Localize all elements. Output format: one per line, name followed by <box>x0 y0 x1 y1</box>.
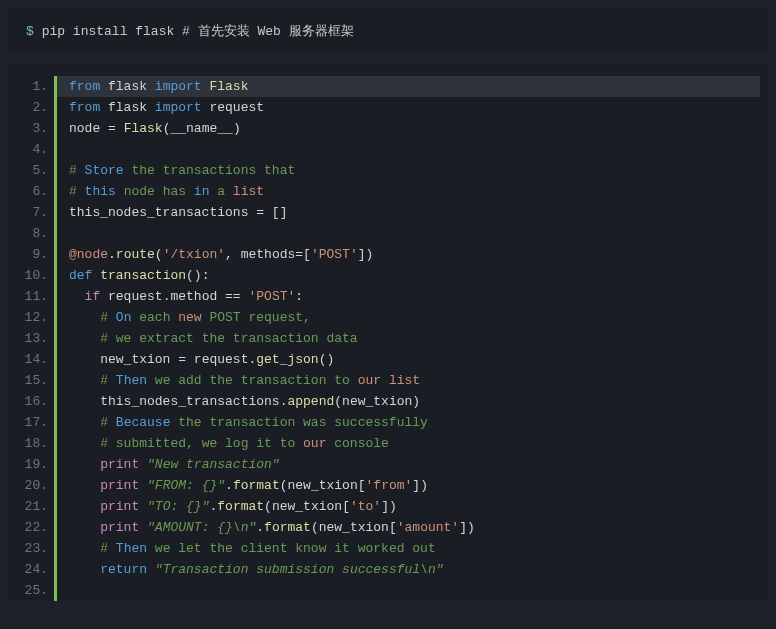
token-name <box>264 205 272 220</box>
token-print: print <box>100 457 139 472</box>
token-op: ( <box>155 247 163 262</box>
code-line[interactable] <box>67 223 760 244</box>
token-name <box>69 289 85 304</box>
token-op: , methods <box>225 247 295 262</box>
token-print: print <box>100 520 139 535</box>
line-number: 4. <box>8 139 48 160</box>
code-block[interactable]: 1.2.3.4.5.6.7.8.9.10.11.12.13.14.15.16.1… <box>8 64 768 601</box>
line-number: 23. <box>8 538 48 559</box>
token-op: () <box>319 352 335 367</box>
token-com: we let the client know it worked out <box>147 541 436 556</box>
token-op: : <box>295 289 303 304</box>
code-line[interactable]: # Because the transaction was successful… <box>67 412 760 433</box>
token-comor: list <box>389 373 420 388</box>
token-op: ) <box>412 394 420 409</box>
token-name <box>69 520 100 535</box>
code-line[interactable]: print "New transaction" <box>67 454 760 475</box>
token-op: . <box>225 478 233 493</box>
token-comkw: Store <box>85 163 124 178</box>
token-str: 'to' <box>350 499 381 514</box>
code-line[interactable]: node = Flask(__name__) <box>67 118 760 139</box>
token-kw2: if <box>85 289 101 304</box>
code-line[interactable]: return "Transaction submission successfu… <box>67 559 760 580</box>
token-comor: our <box>303 436 326 451</box>
token-fn: append <box>287 394 334 409</box>
token-fn: format <box>233 478 280 493</box>
code-line[interactable]: # Then we add the transaction to our lis… <box>67 370 760 391</box>
token-op: (): <box>186 268 209 283</box>
token-kw: import <box>155 100 202 115</box>
token-fn: get_json <box>256 352 318 367</box>
line-number: 19. <box>8 454 48 475</box>
token-name <box>69 457 100 472</box>
code-line[interactable]: from flask import Flask <box>57 76 760 97</box>
token-fn: format <box>217 499 264 514</box>
token-op: ( <box>311 520 319 535</box>
code-line[interactable]: print "AMOUNT: {}\n".format(new_txion['a… <box>67 517 760 538</box>
line-number: 7. <box>8 202 48 223</box>
code-line[interactable]: @node.route('/txion', methods=['POST']) <box>67 244 760 265</box>
code-line[interactable]: # submitted, we log it to our console <box>67 433 760 454</box>
token-kw: return <box>100 562 147 577</box>
line-number: 20. <box>8 475 48 496</box>
token-com: node has <box>116 184 194 199</box>
line-number-gutter: 1.2.3.4.5.6.7.8.9.10.11.12.13.14.15.16.1… <box>8 76 57 601</box>
code-line[interactable]: # Then we let the client know it worked … <box>67 538 760 559</box>
code-line[interactable]: # On each new POST request, <box>67 307 760 328</box>
token-op: ( <box>264 499 272 514</box>
token-fn: format <box>264 520 311 535</box>
code-line[interactable]: print "FROM: {}".format(new_txion['from'… <box>67 475 760 496</box>
code-line[interactable]: new_txion = request.get_json() <box>67 349 760 370</box>
code-line[interactable]: def transaction(): <box>67 265 760 286</box>
token-name: new_txion <box>69 352 178 367</box>
shell-prompt: $ <box>26 24 34 39</box>
code-line[interactable]: this_nodes_transactions = [] <box>67 202 760 223</box>
line-number: 11. <box>8 286 48 307</box>
token-print: print <box>100 499 139 514</box>
code-line[interactable]: if request.method == 'POST': <box>67 286 760 307</box>
token-op: [ <box>389 520 397 535</box>
token-at: @node <box>69 247 108 262</box>
token-kw: from <box>69 79 100 94</box>
token-name <box>139 478 147 493</box>
token-kw: def <box>69 268 92 283</box>
line-number: 5. <box>8 160 48 181</box>
token-comor: our <box>358 373 381 388</box>
token-name <box>69 478 100 493</box>
token-op: ) <box>233 121 241 136</box>
token-name <box>69 541 100 556</box>
code-content[interactable]: from flask import Flaskfrom flask import… <box>57 76 768 601</box>
token-name <box>69 373 100 388</box>
token-name: request <box>202 100 264 115</box>
token-name: flask <box>100 100 155 115</box>
token-name <box>116 121 124 136</box>
token-op: = <box>108 121 116 136</box>
line-number: 3. <box>8 118 48 139</box>
token-com: a <box>209 184 232 199</box>
token-name <box>69 310 100 325</box>
shell-command: pip install flask <box>42 24 175 39</box>
token-com: # <box>100 310 116 325</box>
code-line[interactable] <box>67 139 760 160</box>
code-line[interactable]: # this node has in a list <box>67 181 760 202</box>
token-name: this_nodes_transactions <box>69 394 280 409</box>
code-line[interactable] <box>67 580 760 601</box>
code-line[interactable]: this_nodes_transactions.append(new_txion… <box>67 391 760 412</box>
token-com <box>381 373 389 388</box>
token-op: [] <box>272 205 288 220</box>
code-line[interactable]: # we extract the transaction data <box>67 328 760 349</box>
token-name: new_txion <box>288 478 358 493</box>
code-line[interactable]: print "TO: {}".format(new_txion['to']) <box>67 496 760 517</box>
token-com: POST request, <box>202 310 311 325</box>
token-name: new_txion <box>319 520 389 535</box>
token-com: # <box>69 184 85 199</box>
line-number: 1. <box>8 76 48 97</box>
line-number: 13. <box>8 328 48 349</box>
token-str: '/txion' <box>163 247 225 262</box>
token-name: new_txion <box>272 499 342 514</box>
token-name: node <box>69 121 108 136</box>
code-line[interactable]: from flask import request <box>67 97 760 118</box>
code-line[interactable]: # Store the transactions that <box>67 160 760 181</box>
token-str2: "New transaction" <box>147 457 280 472</box>
token-name <box>139 520 147 535</box>
